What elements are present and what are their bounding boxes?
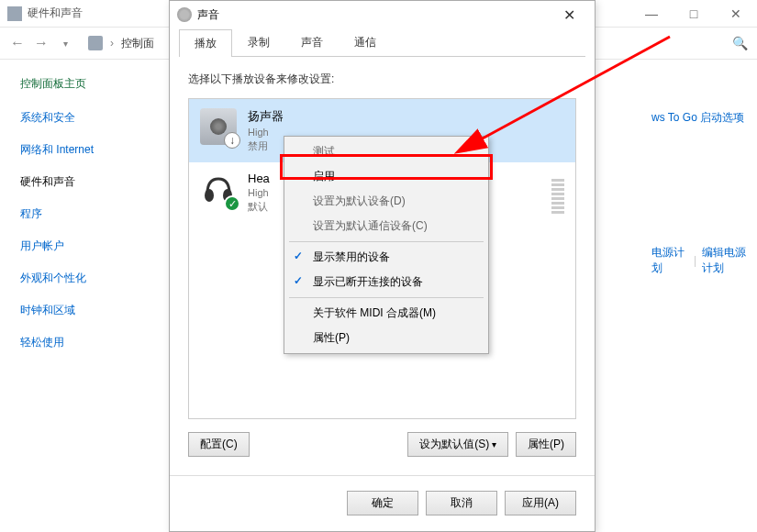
breadcrumb-text[interactable]: 控制面 — [121, 36, 154, 51]
sidebar-item-3[interactable]: 程序 — [20, 206, 147, 222]
ctx-properties[interactable]: 属性(P) — [287, 326, 485, 350]
sidebar-item-1[interactable]: 网络和 Internet — [20, 142, 147, 158]
svg-point-0 — [205, 189, 214, 202]
dialog-title: 声音 — [197, 7, 219, 23]
device-driver: High — [248, 127, 284, 138]
level-meter — [551, 172, 564, 214]
ctx-test[interactable]: 测试 — [287, 139, 485, 164]
link-edit-power-plan[interactable]: 编辑电源计划 — [702, 245, 757, 276]
tab-playback[interactable]: 播放 — [179, 29, 232, 57]
speaker-icon: ↓ — [200, 108, 237, 145]
separator: | — [694, 254, 696, 267]
link-wtg[interactable]: ws To Go 启动选项 — [651, 110, 757, 126]
tabs: 播放 录制 声音 通信 — [179, 28, 585, 57]
maximize-button[interactable]: □ — [673, 0, 715, 28]
sidebar-item-4[interactable]: 用户帐户 — [20, 238, 147, 254]
default-badge-icon: ✓ — [224, 195, 240, 212]
breadcrumb-sep: › — [110, 37, 114, 50]
ctx-about-midi[interactable]: 关于软件 MIDI 合成器(M) — [287, 301, 485, 326]
sidebar-item-0[interactable]: 系统和安全 — [20, 110, 147, 126]
tab-communications[interactable]: 通信 — [339, 28, 392, 56]
sidebar-item-5[interactable]: 外观和个性化 — [20, 271, 147, 286]
set-default-button[interactable]: 设为默认值(S) — [407, 432, 508, 457]
device-name: 扬声器 — [248, 108, 284, 125]
ctx-set-default[interactable]: 设置为默认设备(D) — [287, 189, 485, 214]
configure-button[interactable]: 配置(C) — [188, 432, 250, 457]
sidebar-item-7[interactable]: 轻松使用 — [20, 335, 147, 350]
dialog-close-button[interactable]: ✕ — [551, 6, 587, 24]
properties-button[interactable]: 属性(P) — [516, 432, 576, 457]
disabled-badge-icon: ↓ — [224, 132, 240, 149]
sidebar-item-2[interactable]: 硬件和声音 — [20, 174, 147, 190]
tab-sounds[interactable]: 声音 — [285, 28, 339, 56]
link-power-plan[interactable]: 电源计划 — [651, 245, 688, 276]
dialog-titlebar: 声音 ✕ — [170, 1, 595, 28]
ctx-enable[interactable]: 启用 — [287, 164, 485, 189]
headphone-icon: ✓ — [200, 172, 237, 208]
device-status: 禁用 — [248, 139, 284, 153]
sound-icon — [177, 7, 192, 22]
forward-button[interactable]: → — [33, 35, 50, 51]
dropdown-icon[interactable]: ▾ — [57, 39, 73, 49]
ok-button[interactable]: 确定 — [347, 491, 418, 515]
device-driver: High — [248, 187, 270, 198]
sidebar: 控制面板主页 系统和安全 网络和 Internet 硬件和声音 程序 用户帐户 … — [0, 60, 147, 532]
bg-title: 硬件和声音 — [28, 6, 83, 21]
sidebar-item-6[interactable]: 时钟和区域 — [20, 303, 147, 318]
close-button[interactable]: ✕ — [715, 0, 757, 28]
ctx-show-disabled[interactable]: 显示禁用的设备 — [287, 245, 485, 270]
device-status: 默认 — [248, 200, 270, 214]
sidebar-home[interactable]: 控制面板主页 — [20, 76, 147, 92]
cancel-button[interactable]: 取消 — [426, 491, 497, 515]
separator — [289, 241, 484, 242]
device-name: Hea — [248, 172, 270, 185]
ctx-set-default-comm[interactable]: 设置为默认通信设备(C) — [287, 214, 485, 238]
search-icon[interactable]: 🔍 — [732, 36, 748, 50]
window-controls: — □ ✕ — [630, 0, 757, 28]
tab-recording[interactable]: 录制 — [232, 28, 285, 56]
instruction-text: 选择以下播放设备来修改设置: — [188, 72, 576, 87]
back-button[interactable]: ← — [9, 35, 26, 51]
breadcrumb-icon — [88, 36, 103, 50]
control-panel-icon — [7, 6, 22, 21]
minimize-button[interactable]: — — [630, 0, 673, 28]
context-menu: 测试 启用 设置为默认设备(D) 设置为默认通信设备(C) 显示禁用的设备 显示… — [284, 136, 489, 354]
ctx-show-disconnected[interactable]: 显示已断开连接的设备 — [287, 270, 485, 294]
separator — [289, 297, 484, 298]
apply-button[interactable]: 应用(A) — [505, 491, 576, 515]
